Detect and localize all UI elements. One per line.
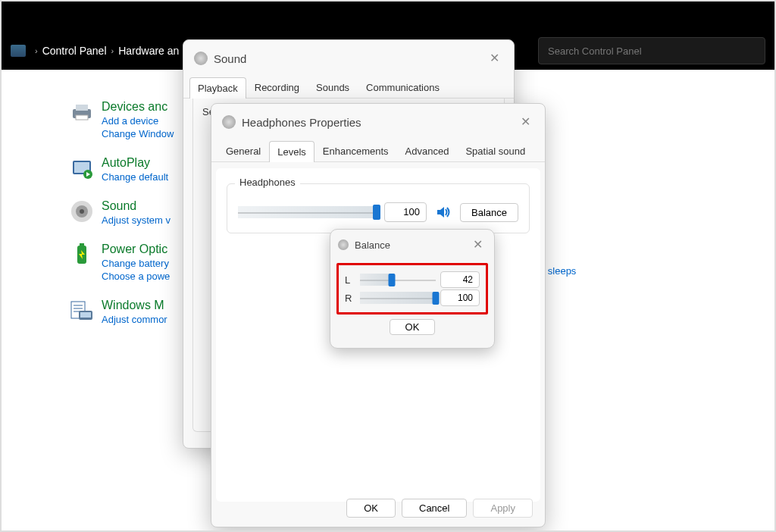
balance-highlight-box: L 42 R 100 (336, 263, 488, 315)
dialog-title: Headphones Properties (242, 116, 361, 129)
window-titlebar (2, 2, 774, 32)
headphones-level-group: Headphones 100 Balance (227, 183, 530, 233)
cp-link[interactable]: Adjust commor (102, 314, 167, 325)
ok-button[interactable]: OK (390, 319, 436, 335)
speaker-volume-icon[interactable] (434, 203, 452, 221)
autoplay-icon (70, 156, 94, 180)
close-icon[interactable]: ✕ (516, 113, 534, 131)
left-balance-slider[interactable] (360, 273, 436, 286)
dialog-title: Balance (355, 239, 390, 251)
svg-rect-1 (76, 105, 88, 111)
cp-title[interactable]: Windows M (102, 299, 167, 312)
balance-button[interactable]: Balance (460, 203, 518, 222)
balance-left-row: L 42 (345, 271, 480, 288)
search-input[interactable] (538, 37, 765, 64)
headphones-icon (222, 115, 236, 129)
tab-enhancements[interactable]: Enhancements (314, 140, 397, 161)
mobility-icon (70, 299, 94, 323)
balance-footer: OK (330, 319, 494, 335)
cp-link[interactable]: Choose a powe (102, 271, 170, 282)
control-panel-icon (11, 45, 26, 57)
sound-icon (194, 52, 208, 65)
right-channel-label: R (345, 293, 355, 304)
svg-point-9 (80, 209, 84, 214)
tab-recording[interactable]: Recording (246, 77, 308, 98)
cp-title[interactable]: AutoPlay (102, 156, 168, 170)
svg-rect-17 (80, 312, 91, 318)
close-icon[interactable]: ✕ (485, 49, 503, 67)
cp-link[interactable]: Adjust system v (102, 214, 171, 226)
cancel-button[interactable]: Cancel (402, 499, 467, 518)
svg-rect-11 (80, 243, 84, 246)
left-balance-value[interactable]: 42 (440, 271, 480, 288)
breadcrumb-item[interactable]: Hardware an (118, 45, 179, 57)
right-balance-value[interactable]: 100 (440, 289, 480, 306)
tab-playback[interactable]: Playback (189, 77, 246, 99)
tab-communications[interactable]: Communications (358, 77, 448, 98)
breadcrumb-item[interactable]: Control Panel (42, 45, 107, 57)
cp-link[interactable]: Change default (102, 171, 168, 183)
close-icon[interactable]: ✕ (468, 236, 487, 254)
headphones-level-slider[interactable] (238, 204, 377, 221)
speaker-round-icon (70, 199, 94, 224)
dialog-titlebar[interactable]: Headphones Properties ✕ (211, 104, 545, 140)
ok-button[interactable]: OK (346, 499, 396, 518)
dialog-titlebar[interactable]: Balance ✕ (330, 230, 494, 260)
balance-right-row: R 100 (345, 289, 480, 306)
chevron-right-icon: › (111, 46, 114, 55)
balance-icon (338, 239, 349, 250)
cp-title[interactable]: Power Optic (102, 243, 170, 256)
cp-link[interactable]: Change Window (102, 128, 174, 139)
right-balance-slider[interactable] (360, 291, 436, 305)
power-battery-icon (70, 243, 94, 267)
cp-link[interactable]: Add a device (102, 115, 174, 127)
cp-link[interactable]: Change battery (102, 258, 170, 269)
dialog-footer: OK Cancel Apply (346, 499, 533, 518)
apply-button[interactable]: Apply (473, 499, 533, 518)
tab-spatial-sound[interactable]: Spatial sound (457, 140, 534, 161)
hp-tabs: General Levels Enhancements Advanced Spa… (211, 140, 545, 162)
tab-levels[interactable]: Levels (269, 141, 314, 162)
tab-general[interactable]: General (217, 140, 269, 161)
tab-advanced[interactable]: Advanced (397, 140, 458, 161)
cp-title[interactable]: Devices anc (102, 100, 174, 114)
chevron-right-icon: › (35, 46, 38, 55)
dialog-titlebar[interactable]: Sound ✕ (183, 40, 514, 77)
tab-sounds[interactable]: Sounds (308, 77, 358, 98)
printer-icon (70, 100, 94, 124)
sound-tabs: Playback Recording Sounds Communications (183, 77, 514, 99)
left-channel-label: L (345, 274, 355, 286)
balance-dialog: Balance ✕ L 42 R 100 OK (330, 229, 495, 349)
headphones-level-value[interactable]: 100 (384, 202, 427, 222)
dialog-title: Sound (214, 52, 246, 65)
group-label: Headphones (235, 177, 300, 188)
cp-title[interactable]: Sound (102, 199, 171, 213)
svg-rect-2 (76, 115, 88, 120)
